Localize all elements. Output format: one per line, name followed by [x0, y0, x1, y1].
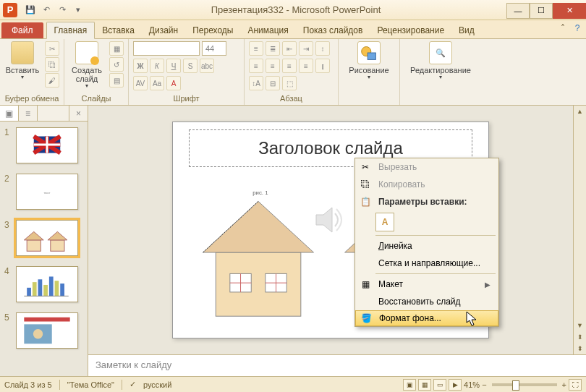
format-bg-icon: 🪣 [356, 313, 376, 323]
format-painter-icon[interactable]: 🖌 [45, 73, 59, 88]
spellcheck-icon[interactable]: ✓ [129, 380, 136, 389]
minimize-button[interactable]: — [506, 3, 530, 19]
tab-transitions[interactable]: Переходы [185, 22, 240, 38]
underline-button[interactable]: Ч [166, 59, 181, 73]
indent-inc-icon[interactable]: ⇥ [299, 41, 313, 56]
status-language[interactable]: русский [143, 380, 171, 389]
group-label [343, 93, 395, 105]
font-size-combo[interactable]: 44 [202, 41, 226, 56]
change-case-icon[interactable]: Aa [150, 76, 164, 90]
thumbnail-4[interactable] [16, 266, 78, 302]
close-button[interactable]: ✕ [553, 3, 586, 19]
zoom-slider[interactable] [492, 383, 557, 386]
new-slide-button[interactable]: Создать слайд▾ [69, 41, 105, 90]
status-theme: "Тема Office" [67, 380, 114, 389]
svg-rect-1 [368, 53, 375, 59]
ribbon-minimize-icon[interactable]: ˄ [557, 23, 569, 33]
ctx-layout[interactable]: ▦ Макет ▶ [355, 276, 498, 293]
layout-icon: ▦ [355, 279, 375, 289]
thumbnails-list[interactable]: 1 2 текст 3 [0, 122, 88, 376]
align-right-icon[interactable]: ≡ [282, 59, 297, 73]
sorter-view-icon[interactable]: ▦ [418, 379, 431, 391]
zoom-in-icon[interactable]: + [562, 380, 566, 389]
tab-review[interactable]: Рецензирование [370, 22, 451, 38]
slideshow-view-icon[interactable]: ▶ [449, 379, 462, 391]
tab-insert[interactable]: Вставка [95, 22, 142, 38]
undo-icon[interactable]: ↶ [39, 3, 54, 17]
tab-animations[interactable]: Анимация [240, 22, 295, 38]
redo-icon[interactable]: ↷ [55, 3, 69, 17]
next-slide-icon[interactable]: ⬍ [574, 343, 586, 354]
panel-close-icon[interactable]: × [69, 106, 88, 121]
ctx-reset[interactable]: Восстановить слайд [355, 293, 498, 310]
svg-text:текст: текст [43, 192, 50, 195]
justify-icon[interactable]: ≡ [299, 59, 313, 73]
tab-design[interactable]: Дизайн [142, 22, 185, 38]
group-slides: Создать слайд▾ ▦ ↺ ▤ Слайды [64, 39, 129, 105]
bullets-icon[interactable]: ≡ [249, 41, 263, 56]
reset-icon[interactable]: ↺ [109, 57, 124, 72]
audio-icon[interactable] [310, 202, 347, 238]
outline-tab-icon[interactable]: ≡ [19, 106, 38, 121]
editor-area: Заголовок слайда рис. 1 [88, 106, 586, 376]
cut-icon[interactable]: ✂ [45, 41, 59, 56]
save-icon[interactable]: 💾 [23, 3, 38, 17]
canvas[interactable]: Заголовок слайда рис. 1 [88, 106, 573, 354]
svg-marker-26 [203, 201, 314, 252]
zoom-level[interactable]: 41% [464, 380, 480, 389]
align-text-icon[interactable]: ⊟ [266, 76, 280, 90]
tab-slideshow[interactable]: Показ слайдов [296, 22, 370, 38]
thumbnail-1[interactable] [16, 127, 78, 163]
ribbon: Вставить▾ ✂ ⿻ 🖌 Буфер обмена Создать сла… [0, 39, 586, 106]
thumbnail-2[interactable]: текст [16, 174, 78, 210]
ctx-format-background[interactable]: 🪣 Формат фона... [355, 310, 498, 326]
tab-view[interactable]: Вид [451, 22, 482, 38]
drawing-button[interactable]: Рисование▾ [343, 41, 395, 81]
vertical-scrollbar[interactable]: ▲ ▼ ⬍ ⬍ [573, 106, 586, 354]
italic-button[interactable]: К [150, 59, 164, 73]
scroll-up-icon[interactable]: ▲ [574, 106, 586, 117]
thumbnails-tab-icon[interactable]: ▣ [0, 106, 19, 121]
paste-option-keep-text[interactable]: A [375, 213, 394, 231]
paste-button[interactable]: Вставить▾ [4, 41, 41, 81]
char-spacing-icon[interactable]: AV [133, 76, 148, 90]
editing-button[interactable]: 🔍 Редактирование▾ [404, 41, 477, 81]
line-spacing-icon[interactable]: ↕ [315, 41, 330, 56]
font-family-combo[interactable] [133, 41, 200, 56]
bold-button[interactable]: Ж [133, 59, 148, 73]
text-direction-icon[interactable]: ↕A [249, 76, 263, 90]
ctx-ruler[interactable]: Линейка [355, 237, 498, 255]
align-left-icon[interactable]: ≡ [249, 59, 263, 73]
shadow-button[interactable]: S [183, 59, 198, 73]
tab-home[interactable]: Главная [46, 22, 95, 39]
thumbnail-5[interactable] [16, 312, 78, 349]
svg-rect-7 [27, 240, 41, 251]
fit-to-window-icon[interactable]: ⛶ [569, 379, 582, 391]
prev-slide-icon[interactable]: ⬍ [574, 331, 586, 343]
thumbnail-3[interactable] [16, 220, 78, 256]
submenu-arrow-icon: ▶ [485, 281, 493, 289]
help-icon[interactable]: ? [572, 23, 583, 33]
indent-dec-icon[interactable]: ⇤ [282, 41, 297, 56]
layout-icon[interactable]: ▦ [109, 41, 124, 56]
scroll-down-icon[interactable]: ▼ [574, 320, 586, 331]
smartart-icon[interactable]: ⬚ [282, 76, 297, 90]
normal-view-icon[interactable]: ▣ [403, 379, 416, 391]
section-icon[interactable]: ▤ [109, 73, 124, 88]
copy-icon[interactable]: ⿻ [45, 57, 59, 72]
reading-view-icon[interactable]: ▭ [433, 379, 446, 391]
align-center-icon[interactable]: ≡ [266, 59, 280, 73]
ribbon-tabs: Файл Главная Вставка Дизайн Переходы Ани… [0, 20, 586, 39]
group-label: Шрифт [133, 93, 239, 105]
svg-rect-25 [216, 252, 301, 316]
numbering-icon[interactable]: ≣ [266, 41, 280, 56]
ctx-grid[interactable]: Сетка и направляющие... [355, 255, 498, 272]
strike-button[interactable]: abc [200, 59, 214, 73]
file-tab[interactable]: Файл [1, 22, 43, 38]
qat-dropdown-icon[interactable]: ▾ [71, 3, 85, 17]
font-color-icon[interactable]: A [166, 76, 181, 90]
maximize-button[interactable]: ☐ [530, 3, 553, 19]
notes-pane[interactable]: Заметки к слайду [88, 354, 586, 376]
columns-icon[interactable]: ⫿ [315, 59, 330, 73]
zoom-out-icon[interactable]: − [482, 380, 486, 389]
